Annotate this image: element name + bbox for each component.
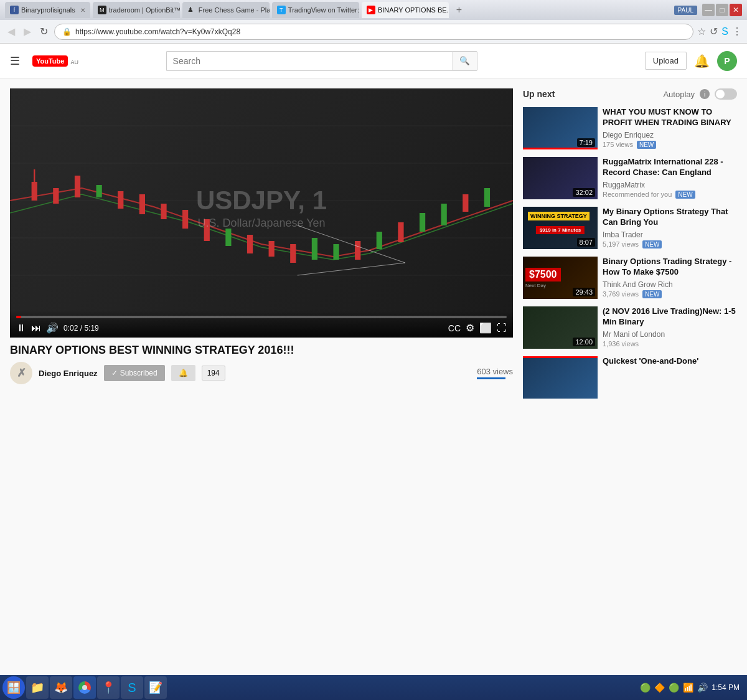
svg-rect-10 bbox=[118, 191, 123, 209]
video-card-5[interactable]: 12:00 (2 NOV 2016 Live Trading)New: 1-5 … bbox=[523, 306, 737, 349]
maximize-button[interactable]: □ bbox=[716, 4, 728, 16]
card-meta-3: 5,197 views NEW bbox=[603, 240, 737, 248]
channel-logo[interactable]: ✗ bbox=[10, 362, 32, 384]
youtube-logo[interactable]: YouTube AU bbox=[32, 55, 78, 67]
autoplay-toggle[interactable] bbox=[715, 88, 737, 100]
tray-icon-1[interactable]: 🟢 bbox=[640, 683, 651, 693]
tray-icon-3[interactable]: 🟢 bbox=[669, 683, 679, 693]
svg-rect-15 bbox=[225, 229, 231, 246]
tab-tradingview[interactable]: T TradingView on Twitter: ✕ bbox=[272, 2, 359, 18]
back-button[interactable]: ◀ bbox=[5, 24, 17, 39]
autoplay-knob bbox=[716, 90, 725, 98]
hamburger-menu[interactable]: ☰ bbox=[10, 54, 20, 68]
video-controls: ⏸ ⏭ 🔊 0:02 / 5:19 CC ⚙ ⬜ ⛶ bbox=[10, 311, 513, 338]
subtitles-button[interactable]: CC bbox=[448, 323, 461, 333]
svg-rect-8 bbox=[75, 176, 80, 197]
volume-button[interactable]: 🔊 bbox=[46, 322, 59, 334]
user-avatar[interactable]: P bbox=[717, 51, 737, 71]
window-controls: PAUL — □ ✕ bbox=[674, 4, 742, 16]
volume-tray-icon[interactable]: 🔊 bbox=[697, 683, 708, 693]
video-card-3[interactable]: WINNING STRATEGY $919 in 7 Minutes 8:07 … bbox=[523, 207, 737, 249]
card-title-1: WHAT YOU MUST KNOW TO PROFIT WHEN TRADIN… bbox=[603, 107, 737, 128]
taskbar-app-firefox[interactable]: 🦊 bbox=[50, 676, 72, 699]
thumb-duration-3: 8:07 bbox=[577, 238, 595, 247]
start-button[interactable]: 🪟 bbox=[2, 676, 25, 699]
refresh-icon[interactable]: ↺ bbox=[710, 26, 718, 37]
svg-rect-12 bbox=[161, 204, 166, 219]
svg-rect-13 bbox=[182, 210, 188, 229]
tab-youtube-active[interactable]: ▶ BINARY OPTIONS BE... ✕ bbox=[362, 2, 449, 18]
video-card-info-2: RuggaMatrix International 228 - Record C… bbox=[603, 157, 737, 199]
video-thumb-6 bbox=[523, 356, 598, 399]
search-container: 🔍 bbox=[166, 51, 477, 71]
svg-rect-21 bbox=[355, 241, 360, 260]
tab-favicon-2: M bbox=[98, 6, 106, 14]
taskbar-app-notes[interactable]: 📝 bbox=[144, 676, 167, 699]
card-channel-3: Imba Trader bbox=[603, 230, 737, 239]
play-pause-button[interactable]: ⏸ bbox=[16, 323, 26, 334]
taskbar-app-maps[interactable]: 📍 bbox=[97, 676, 120, 699]
new-tab-button[interactable]: + bbox=[451, 4, 467, 16]
tab-close-1[interactable]: ✕ bbox=[80, 7, 85, 14]
youtube-header: ☰ YouTube AU 🔍 Upload 🔔 P bbox=[0, 44, 747, 78]
controls-row: ⏸ ⏭ 🔊 0:02 / 5:19 CC ⚙ ⬜ ⛶ bbox=[16, 322, 507, 334]
svg-rect-9 bbox=[96, 185, 102, 197]
svg-rect-19 bbox=[312, 238, 317, 260]
miniplayer-button[interactable]: ⬜ bbox=[479, 322, 492, 334]
minimize-button[interactable]: — bbox=[702, 4, 715, 16]
video-card-2[interactable]: 32:02 RuggaMatrix International 228 - Re… bbox=[523, 157, 737, 199]
system-tray: 🟢 🔶 🟢 📶 🔊 1:54 PM bbox=[635, 683, 745, 693]
info-icon[interactable]: i bbox=[700, 89, 710, 99]
video-card-4[interactable]: $7500 Next Day 29:43 Binary Options Trad… bbox=[523, 257, 737, 299]
reload-button[interactable]: ↻ bbox=[37, 24, 50, 39]
tab-chess[interactable]: ♟ Free Chess Game - Play ✕ bbox=[182, 2, 270, 18]
video-card-6[interactable]: Quickest 'One-and-Done' bbox=[523, 356, 737, 399]
tray-icon-2[interactable]: 🔶 bbox=[654, 683, 665, 693]
tab-label-5: BINARY OPTIONS BE... bbox=[378, 6, 449, 14]
card-channel-5: Mr Mani of London bbox=[603, 330, 737, 339]
progress-bar[interactable] bbox=[16, 316, 507, 318]
search-button[interactable]: 🔍 bbox=[453, 51, 477, 71]
tab-label-4: TradingView on Twitter: bbox=[288, 6, 359, 14]
subscriber-count: 194 bbox=[202, 366, 225, 381]
right-controls: CC ⚙ ⬜ ⛶ bbox=[448, 322, 507, 334]
close-button[interactable]: ✕ bbox=[730, 4, 742, 16]
card-badge-1: NEW bbox=[637, 141, 656, 149]
tab-binaryprofisignals[interactable]: f Binaryprofisignals ✕ bbox=[5, 2, 90, 18]
taskbar-app-skype[interactable]: S bbox=[121, 676, 143, 699]
svg-rect-17 bbox=[269, 241, 275, 257]
tab-label-2: traderoom | OptionBit™ bbox=[109, 6, 180, 14]
card-meta-1: 175 views NEW bbox=[603, 141, 737, 149]
youtube-logo-icon: YouTube bbox=[32, 55, 68, 67]
next-button[interactable]: ⏭ bbox=[31, 323, 41, 334]
fullscreen-button[interactable]: ⛶ bbox=[497, 323, 507, 334]
svg-rect-25 bbox=[441, 204, 447, 225]
upload-button[interactable]: Upload bbox=[645, 52, 687, 70]
bookmark-icon[interactable]: ☆ bbox=[697, 26, 706, 37]
skype-icon[interactable]: S bbox=[721, 26, 728, 37]
search-input[interactable] bbox=[166, 51, 453, 71]
svg-rect-11 bbox=[139, 194, 145, 214]
address-bar[interactable]: 🔒 https://www.youtube.com/watch?v=Ky0w7x… bbox=[54, 24, 693, 40]
video-thumb-3: WINNING STRATEGY $919 in 7 Minutes 8:07 bbox=[523, 207, 598, 249]
notifications-bell[interactable]: 🔔 bbox=[694, 54, 710, 69]
video-thumb-5: 12:00 bbox=[523, 306, 598, 349]
card-title-2: RuggaMatrix International 228 - Record C… bbox=[603, 157, 737, 178]
forward-button[interactable]: ▶ bbox=[21, 24, 34, 39]
tab-traderoom[interactable]: M traderoom | OptionBit™ ✕ bbox=[93, 2, 180, 18]
settings-button[interactable]: ⚙ bbox=[466, 322, 474, 334]
bell-button[interactable]: 🔔 bbox=[171, 365, 195, 381]
tray-icon-4[interactable]: 📶 bbox=[683, 683, 693, 693]
tab-favicon-3: ♟ bbox=[187, 6, 196, 14]
extensions-menu[interactable]: ⋮ bbox=[732, 26, 742, 37]
svg-rect-24 bbox=[420, 213, 425, 232]
taskbar-app-chrome[interactable] bbox=[73, 676, 96, 699]
video-player[interactable]: USDJPY, 1 U.S. Dollar/Japanese Yen ⏸ ⏭ 🔊 bbox=[10, 88, 513, 338]
video-card-info-1: WHAT YOU MUST KNOW TO PROFIT WHEN TRADIN… bbox=[603, 107, 737, 149]
subscribe-button[interactable]: ✓ Subscribed bbox=[104, 365, 165, 381]
chart-symbol: USDJPY, 1 bbox=[196, 186, 327, 215]
channel-name[interactable]: Diego Enriquez bbox=[39, 369, 98, 378]
video-card-1[interactable]: 7:19 WHAT YOU MUST KNOW TO PROFIT WHEN T… bbox=[523, 107, 737, 149]
taskbar-app-explorer[interactable]: 📁 bbox=[26, 676, 49, 699]
video-card-info-4: Binary Options Trading Strategy - How To… bbox=[603, 257, 737, 299]
